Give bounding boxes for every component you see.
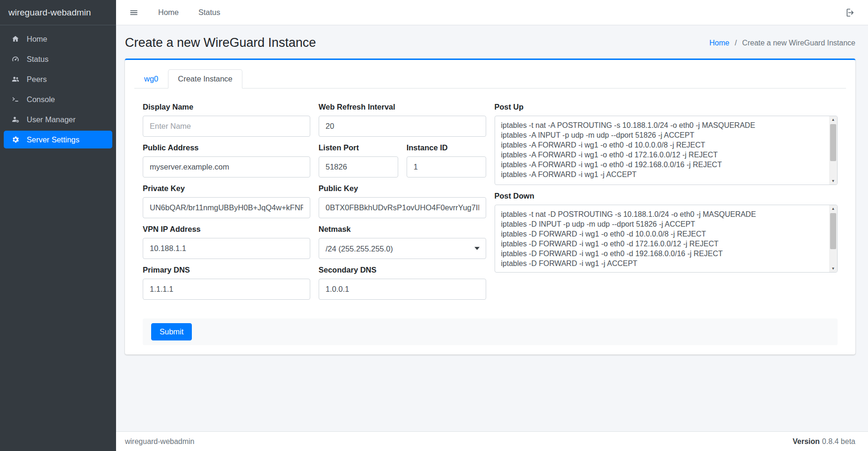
form-column-3: Post Up iptables -t nat -A POSTROUTING -… — [490, 103, 842, 306]
primary-dns-label: Primary DNS — [143, 266, 310, 274]
sidebar-item-label: Server Settings — [27, 135, 80, 144]
topnav-link-status[interactable]: Status — [198, 8, 220, 17]
listen-port-input[interactable] — [319, 156, 398, 177]
terminal-icon — [9, 95, 22, 104]
public-key-input[interactable] — [319, 197, 486, 218]
primary-dns-input[interactable] — [143, 279, 310, 300]
sidebar-item-server-settings[interactable]: Server Settings — [4, 131, 112, 148]
sidebar-item-console[interactable]: Console — [4, 90, 112, 108]
breadcrumb-home-link[interactable]: Home — [709, 39, 729, 47]
scrollbar-track[interactable] — [829, 123, 837, 177]
submit-button[interactable]: Submit — [151, 323, 192, 340]
post-up-label: Post Up — [495, 103, 838, 111]
scroll-down-arrow-icon[interactable]: ▼ — [829, 265, 837, 272]
instance-id-label: Instance ID — [407, 143, 486, 152]
form-column-1: Display Name Public Address Private Key — [139, 103, 314, 306]
home-icon — [9, 35, 22, 43]
scroll-up-arrow-icon[interactable]: ▲ — [829, 205, 837, 212]
sidebar-item-label: User Manager — [27, 115, 76, 124]
main-footer: wireguard-webadmin Version0.8.4 beta — [116, 431, 868, 451]
web-refresh-interval-label: Web Refresh Interval — [319, 103, 486, 111]
tab-create-instance[interactable]: Create Instance — [168, 69, 242, 89]
breadcrumb-separator: / — [735, 39, 737, 47]
tab-wg0[interactable]: wg0 — [134, 69, 168, 89]
user-cog-icon — [9, 115, 22, 124]
form-column-2: Web Refresh Interval Listen Port — [314, 103, 490, 306]
post-up-scrollbar[interactable]: ▲ ▼ — [829, 116, 837, 185]
footer-version-value: 0.8.4 beta — [822, 437, 855, 445]
cogs-icon — [9, 135, 22, 144]
footer-version-label: Version — [793, 437, 820, 445]
private-key-label: Private Key — [143, 184, 310, 193]
netmask-select[interactable]: /24 (255.255.255.0) — [319, 238, 486, 259]
card-body: wg0 Create Instance Display Name Public — [125, 60, 855, 355]
netmask-label: Netmask — [319, 225, 486, 234]
scrollbar-thumb[interactable] — [830, 213, 836, 249]
sidebar-item-peers[interactable]: Peers — [4, 70, 112, 88]
secondary-dns-input[interactable] — [319, 279, 486, 300]
sidebar-item-label: Console — [27, 95, 55, 104]
display-name-input[interactable] — [143, 116, 310, 137]
instance-id-input[interactable] — [407, 156, 486, 177]
sidebar-item-label: Peers — [27, 75, 47, 84]
content: wg0 Create Instance Display Name Public — [116, 59, 868, 431]
post-down-textarea[interactable]: iptables -t nat -D POSTROUTING -s 10.188… — [495, 205, 838, 273]
breadcrumb: Home / Create a new WireGuard Instance — [709, 39, 855, 47]
gauge-icon — [9, 55, 22, 63]
public-address-input[interactable] — [143, 156, 310, 177]
scroll-up-arrow-icon[interactable]: ▲ — [829, 116, 837, 123]
breadcrumb-current: Create a new WireGuard Instance — [742, 39, 855, 47]
scrollbar-track[interactable] — [829, 212, 837, 265]
sidebar-item-label: Status — [27, 55, 49, 64]
public-key-label: Public Key — [319, 184, 486, 193]
sidebar-item-home[interactable]: Home — [4, 30, 112, 48]
sidebar: wireguard-webadmin Home Status Peers Con… — [0, 0, 116, 451]
public-address-label: Public Address — [143, 143, 310, 152]
content-header: Create a new WireGuard Instance Home / C… — [116, 25, 868, 59]
sidebar-item-status[interactable]: Status — [4, 50, 112, 68]
secondary-dns-label: Secondary DNS — [319, 266, 486, 274]
post-down-label: Post Down — [495, 192, 838, 200]
instance-form: Display Name Public Address Private Key — [134, 89, 846, 306]
top-navbar: Home Status — [116, 0, 868, 25]
topnav-link-home[interactable]: Home — [158, 8, 179, 17]
brand[interactable]: wireguard-webadmin — [0, 0, 116, 25]
logout-icon[interactable] — [846, 8, 855, 17]
instance-tabs: wg0 Create Instance — [134, 69, 846, 89]
sidebar-item-user-manager[interactable]: User Manager — [4, 111, 112, 128]
scroll-down-arrow-icon[interactable]: ▼ — [829, 177, 837, 185]
footer-brand: wireguard-webadmin — [125, 437, 195, 446]
hamburger-menu-icon[interactable] — [129, 8, 139, 17]
vpn-ip-label: VPN IP Address — [143, 225, 310, 234]
sidebar-item-label: Home — [27, 35, 47, 44]
main-area: Home Status Create a new WireGuard Insta… — [116, 0, 868, 451]
scrollbar-thumb[interactable] — [830, 124, 836, 161]
submit-strip: Submit — [143, 318, 838, 345]
users-icon — [9, 75, 22, 83]
vpn-ip-input[interactable] — [143, 238, 310, 259]
page-title: Create a new WireGuard Instance — [125, 36, 316, 50]
display-name-label: Display Name — [143, 103, 310, 111]
create-instance-card: wg0 Create Instance Display Name Public — [125, 59, 855, 355]
footer-version: Version0.8.4 beta — [793, 437, 855, 446]
post-up-textarea[interactable]: iptables -t nat -A POSTROUTING -s 10.188… — [495, 116, 838, 185]
post-down-scrollbar[interactable]: ▲ ▼ — [829, 205, 837, 272]
private-key-input[interactable] — [143, 197, 310, 218]
listen-port-label: Listen Port — [319, 143, 398, 152]
sidebar-nav: Home Status Peers Console User Manager — [0, 25, 116, 155]
web-refresh-interval-input[interactable] — [319, 116, 486, 137]
